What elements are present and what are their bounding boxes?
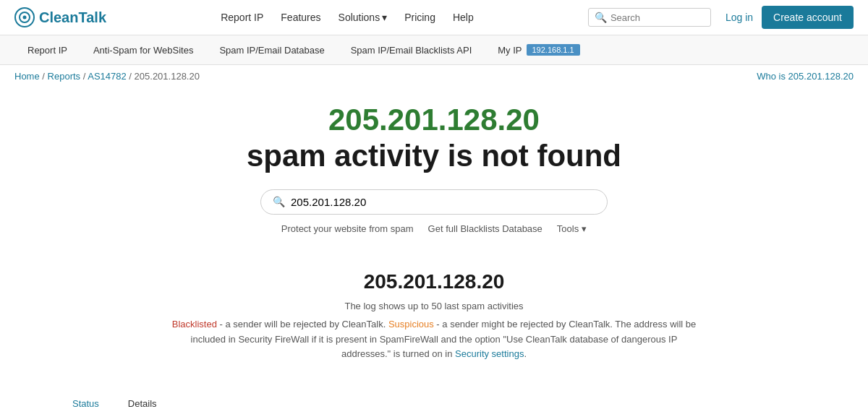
my-ip-badge: 192.168.1.1 [527,44,580,56]
main-search-input[interactable] [291,196,595,208]
main-nav: Report IP Features Solutions ▾ Pricing H… [121,12,574,23]
sub-nav-report-ip[interactable]: Report IP [14,36,80,64]
main-content: 205.201.128.20 spam activity is not foun… [0,87,868,256]
tools-arrow-icon: ▾ [582,223,587,234]
protect-link[interactable]: Protect your website from spam [281,223,414,234]
breadcrumb-sep3: / [129,71,134,82]
blacklisted-label: Blacklisted [172,319,217,330]
sub-nav-database[interactable]: Spam IP/Email Database [206,36,337,64]
svg-point-2 [23,16,27,20]
blacklist-link[interactable]: Get full Blacklists Database [428,223,542,234]
tabs-bar: Status Details [58,391,810,409]
sub-nav-antispam[interactable]: Anti-Spam for WebSites [80,36,206,64]
sub-nav-api[interactable]: Spam IP/Email Blacklists API [338,36,485,64]
breadcrumb-as[interactable]: AS14782 [88,71,127,82]
security-settings-suffix: . [524,348,527,359]
sub-nav-my-ip[interactable]: My IP 192.168.1.1 [485,35,592,64]
search-links: Protect your website from spam Get full … [281,223,587,234]
suspicious-label: Suspicious [388,319,434,330]
main-search-icon: 🔍 [273,196,285,207]
breadcrumb-ip: 205.201.128.20 [135,71,200,82]
my-ip-label: My IP [498,45,522,56]
log-info: The log shows up to 50 last spam activit… [58,301,810,311]
nav-help[interactable]: Help [453,12,474,23]
logo[interactable]: CleanTalk [14,7,106,27]
nav-report-ip[interactable]: Report IP [221,12,263,23]
logo-text: CleanTalk [39,9,106,26]
sub-nav: Report IP Anti-Spam for WebSites Spam IP… [0,35,868,65]
nav-solutions-label: Solutions [339,12,380,23]
breadcrumb-bar: Home / Reports / AS14782 / 205.201.128.2… [0,65,868,87]
header-search-input[interactable] [610,12,705,23]
section: 205.201.128.20 The log shows up to 50 la… [0,256,868,391]
tools-dropdown[interactable]: Tools ▾ [557,223,587,234]
spam-not-found-text: spam activity is not found [14,138,854,174]
breadcrumb-home[interactable]: Home [14,71,40,82]
who-is-link[interactable]: Who is 205.201.128.20 [757,71,854,82]
spam-legend: Blacklisted - a sender will be rejected … [166,317,702,362]
breadcrumb-sep1: / [42,71,47,82]
tab-details[interactable]: Details [114,391,171,409]
nav-features[interactable]: Features [281,12,320,23]
create-account-button[interactable]: Create account [762,6,854,29]
tab-status[interactable]: Status [58,391,114,409]
header-search-icon: 🔍 [595,12,607,23]
nav-solutions[interactable]: Solutions ▾ [339,12,388,23]
blacklisted-desc: - a sender will be rejected by CleanTalk… [217,319,388,330]
nav-pricing[interactable]: Pricing [404,12,435,23]
header: CleanTalk Report IP Features Solutions ▾… [0,0,868,35]
logo-icon [14,7,35,27]
security-settings-link[interactable]: Security settings [455,348,524,359]
header-actions: Log in Create account [726,6,854,29]
header-search-box: 🔍 [588,8,711,27]
breadcrumb-reports[interactable]: Reports [48,71,81,82]
search-area: 🔍 Protect your website from spam Get ful… [14,189,854,234]
main-ip-title: 205.201.128.20 [14,102,854,138]
nav-solutions-arrow: ▾ [382,12,387,23]
section-ip-title: 205.201.128.20 [58,270,810,293]
login-button[interactable]: Log in [726,12,753,23]
main-search-box: 🔍 [260,189,608,215]
tools-label: Tools [557,223,579,234]
breadcrumb: Home / Reports / AS14782 / 205.201.128.2… [14,71,200,82]
